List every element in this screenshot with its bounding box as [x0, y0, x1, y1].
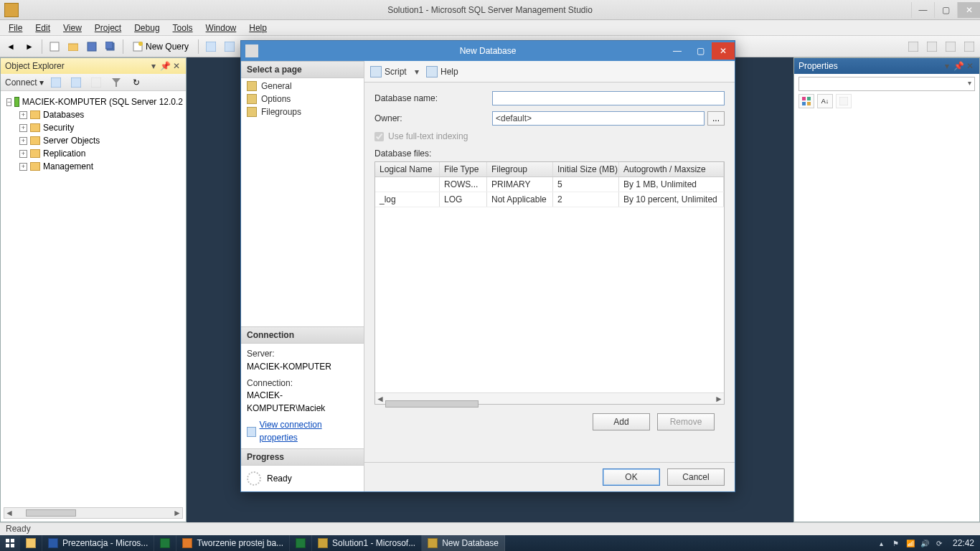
taskbar-explorer[interactable]	[20, 535, 42, 551]
oe-filter-icon[interactable]	[108, 75, 124, 90]
taskbar-item[interactable]: Prezentacja - Micros...	[42, 535, 154, 551]
dialog-close-button[interactable]: ✕	[712, 42, 735, 60]
tray-network-icon[interactable]: 📶	[905, 538, 915, 548]
oe-icon-2[interactable]	[68, 75, 84, 90]
owner-browse-button[interactable]: ...	[707, 111, 725, 126]
panel-pin-icon[interactable]: 📌	[953, 61, 963, 71]
menu-edit[interactable]: Edit	[29, 22, 56, 34]
cell-growth[interactable]: By 10 percent, Unlimited	[619, 192, 724, 207]
oe-icon-1[interactable]	[48, 75, 64, 90]
panel-pin-icon[interactable]: 📌	[160, 61, 170, 71]
maximize-button[interactable]: ▢	[934, 2, 957, 18]
categorized-icon[interactable]	[798, 94, 814, 108]
database-files-grid[interactable]: Logical Name File Type Filegroup Initial…	[374, 161, 725, 405]
dialog-minimize-button[interactable]: —	[666, 42, 689, 60]
tool-icon-d[interactable]	[961, 39, 977, 55]
forward-icon[interactable]: ►	[22, 39, 37, 55]
tray-sync-icon[interactable]: ⟳	[934, 538, 944, 548]
cell-size[interactable]: 2	[553, 192, 619, 207]
cell-size[interactable]: 5	[553, 177, 619, 192]
page-options[interactable]: Options	[241, 93, 364, 105]
col-filegroup[interactable]: Filegroup	[487, 162, 553, 176]
cell-growth[interactable]: By 1 MB, Unlimited	[619, 177, 724, 192]
add-button[interactable]: Add	[593, 413, 650, 430]
expander-icon[interactable]: +	[19, 163, 27, 171]
tray-volume-icon[interactable]: 🔊	[920, 538, 930, 548]
close-button[interactable]: ✕	[957, 2, 980, 18]
taskbar-item[interactable]	[154, 535, 176, 551]
cell-logical[interactable]	[375, 177, 440, 192]
tree-node-databases[interactable]: +Databases	[19, 108, 183, 121]
scroll-right-icon[interactable]: ►	[714, 394, 724, 404]
expander-icon[interactable]: +	[19, 137, 27, 145]
tool-icon-c[interactable]	[943, 39, 958, 55]
oe-icon-3[interactable]	[88, 75, 104, 90]
tray-flag-icon[interactable]: ⚑	[891, 538, 901, 548]
expander-icon[interactable]: +	[19, 111, 27, 119]
expander-icon[interactable]: −	[6, 98, 11, 106]
col-logical-name[interactable]: Logical Name	[375, 162, 440, 176]
new-project-icon[interactable]	[47, 39, 62, 55]
grid-row[interactable]: ROWS... PRIMARY 5 By 1 MB, Unlimited	[375, 177, 724, 192]
tree-node-security[interactable]: +Security	[19, 121, 183, 134]
dialog-titlebar[interactable]: New Database — ▢ ✕	[241, 41, 735, 61]
col-initial-size[interactable]: Initial Size (MB)	[553, 162, 619, 176]
cell-filegroup[interactable]: PRIMARY	[487, 177, 553, 192]
connect-button[interactable]: Connect ▾	[5, 77, 44, 88]
menu-tools[interactable]: Tools	[167, 22, 199, 34]
cancel-button[interactable]: Cancel	[667, 468, 725, 486]
col-file-type[interactable]: File Type	[440, 162, 487, 176]
tree-node-replication[interactable]: +Replication	[19, 147, 183, 160]
panel-close-icon[interactable]: ✕	[965, 61, 975, 71]
tree-node-management[interactable]: +Management	[19, 160, 183, 173]
minimize-button[interactable]: —	[911, 2, 934, 18]
menu-file[interactable]: File	[3, 22, 28, 34]
dialog-maximize-button[interactable]: ▢	[689, 42, 712, 60]
oe-refresh-icon[interactable]: ↻	[128, 75, 144, 90]
tool-icon-a[interactable]	[905, 39, 921, 55]
start-button[interactable]	[0, 535, 20, 551]
tray-clock[interactable]: 22:42	[953, 538, 974, 548]
open-icon[interactable]	[65, 39, 81, 55]
tool-icon-b[interactable]	[924, 39, 940, 55]
cell-logical[interactable]: _log	[375, 192, 440, 207]
taskbar-item[interactable]	[290, 535, 312, 551]
menu-debug[interactable]: Debug	[128, 22, 165, 34]
object-explorer-hscroll[interactable]: ◄ ►	[4, 507, 183, 519]
scroll-thumb[interactable]	[385, 400, 479, 408]
grid-row[interactable]: _log LOG Not Applicable 2 By 10 percent,…	[375, 192, 724, 207]
scroll-left-icon[interactable]: ◄	[375, 394, 385, 404]
menu-project[interactable]: Project	[89, 22, 127, 34]
taskbar-item[interactable]: Solution1 - Microsof...	[312, 535, 422, 551]
chevron-down-icon[interactable]: ▾	[415, 67, 419, 77]
alphabetical-icon[interactable]: A↓	[817, 94, 833, 108]
panel-close-icon[interactable]: ✕	[171, 61, 182, 71]
tray-up-icon[interactable]: ▴	[877, 538, 887, 548]
query-icon-2[interactable]	[222, 39, 237, 55]
script-button[interactable]: Script ▾	[370, 66, 419, 77]
page-filegroups[interactable]: Filegroups	[241, 105, 364, 118]
expander-icon[interactable]: +	[19, 124, 27, 132]
page-general[interactable]: General	[241, 80, 364, 93]
save-icon[interactable]	[84, 39, 100, 55]
db-name-input[interactable]	[492, 91, 725, 105]
panel-dropdown-icon[interactable]: ▾	[149, 61, 159, 71]
menu-window[interactable]: Window	[200, 22, 242, 34]
scroll-left-icon[interactable]: ◄	[4, 508, 14, 518]
scroll-thumb[interactable]	[26, 509, 76, 517]
tree-node-server-objects[interactable]: +Server Objects	[19, 134, 183, 147]
property-pages-icon[interactable]	[836, 94, 852, 108]
grid-hscroll[interactable]: ◄ ►	[375, 392, 724, 404]
cell-type[interactable]: ROWS...	[440, 177, 487, 192]
col-autogrowth[interactable]: Autogrowth / Maxsize	[619, 162, 724, 176]
tree-root[interactable]: − MACIEK-KOMPUTER (SQL Server 12.0.2	[6, 95, 183, 108]
properties-object-dropdown[interactable]	[798, 77, 975, 91]
scroll-right-icon[interactable]: ►	[172, 508, 182, 518]
taskbar-item[interactable]: Tworzenie prostej ba...	[176, 535, 290, 551]
ok-button[interactable]: OK	[603, 468, 660, 486]
panel-dropdown-icon[interactable]: ▾	[942, 61, 952, 71]
new-query-button[interactable]: New Query	[128, 39, 194, 54]
cell-filegroup[interactable]: Not Applicable	[487, 192, 553, 207]
taskbar-item-active[interactable]: New Database	[422, 535, 505, 551]
save-all-icon[interactable]	[103, 39, 118, 55]
